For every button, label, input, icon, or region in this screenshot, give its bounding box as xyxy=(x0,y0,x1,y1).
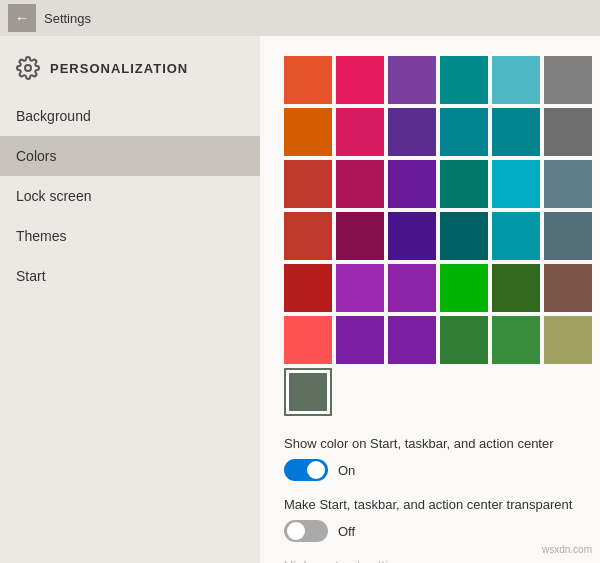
transparent-label: Make Start, taskbar, and action center t… xyxy=(284,497,576,512)
color-swatch[interactable] xyxy=(544,316,592,364)
sidebar-item-background[interactable]: Background xyxy=(0,96,260,136)
titlebar: ← Settings xyxy=(0,0,600,36)
color-swatch[interactable] xyxy=(336,264,384,312)
color-swatch[interactable] xyxy=(544,56,592,104)
color-swatch[interactable] xyxy=(492,160,540,208)
color-grid xyxy=(284,56,576,416)
show-color-toggle-knob xyxy=(307,461,325,479)
back-button[interactable]: ← xyxy=(8,4,36,32)
color-swatch[interactable] xyxy=(336,160,384,208)
back-icon: ← xyxy=(15,10,29,26)
color-swatch[interactable] xyxy=(440,160,488,208)
sidebar-item-start[interactable]: Start xyxy=(0,256,260,296)
color-swatch[interactable] xyxy=(284,212,332,260)
color-swatch[interactable] xyxy=(388,316,436,364)
color-swatch[interactable] xyxy=(336,316,384,364)
color-swatch[interactable] xyxy=(544,160,592,208)
color-swatch[interactable] xyxy=(544,264,592,312)
sidebar-item-themes[interactable]: Themes xyxy=(0,216,260,256)
color-swatch[interactable] xyxy=(492,316,540,364)
color-swatch[interactable] xyxy=(440,108,488,156)
sidebar-header: PERSONALIZATION xyxy=(0,36,260,96)
titlebar-title: Settings xyxy=(44,11,91,26)
color-swatch[interactable] xyxy=(544,108,592,156)
color-swatch[interactable] xyxy=(388,160,436,208)
color-swatch[interactable] xyxy=(284,264,332,312)
color-swatch[interactable] xyxy=(284,160,332,208)
color-swatch[interactable] xyxy=(492,56,540,104)
color-swatch[interactable] xyxy=(284,368,332,416)
color-swatch[interactable] xyxy=(388,212,436,260)
show-color-toggle-state: On xyxy=(338,463,355,478)
color-swatch[interactable] xyxy=(492,212,540,260)
sidebar-heading: PERSONALIZATION xyxy=(50,61,188,76)
color-swatch[interactable] xyxy=(492,108,540,156)
color-swatch[interactable] xyxy=(388,264,436,312)
color-swatch[interactable] xyxy=(492,264,540,312)
sidebar-item-colors[interactable]: Colors xyxy=(0,136,260,176)
color-swatch[interactable] xyxy=(388,56,436,104)
color-swatch[interactable] xyxy=(284,108,332,156)
color-swatch[interactable] xyxy=(336,108,384,156)
svg-point-0 xyxy=(25,65,31,71)
show-color-toggle[interactable] xyxy=(284,459,328,481)
gear-icon xyxy=(16,56,40,80)
transparent-section: Make Start, taskbar, and action center t… xyxy=(284,497,576,542)
sidebar: PERSONALIZATION Background Colors Lock s… xyxy=(0,36,260,563)
transparent-toggle[interactable] xyxy=(284,520,328,542)
transparent-toggle-row: Off xyxy=(284,520,576,542)
color-swatch[interactable] xyxy=(336,212,384,260)
color-swatch[interactable] xyxy=(284,316,332,364)
sidebar-item-lock-screen[interactable]: Lock screen xyxy=(0,176,260,216)
show-color-section: Show color on Start, taskbar, and action… xyxy=(284,436,576,481)
color-swatch[interactable] xyxy=(284,56,332,104)
main-layout: PERSONALIZATION Background Colors Lock s… xyxy=(0,36,600,563)
color-swatch[interactable] xyxy=(440,56,488,104)
transparent-toggle-state: Off xyxy=(338,524,355,539)
transparent-toggle-knob xyxy=(287,522,305,540)
color-swatch[interactable] xyxy=(440,264,488,312)
color-swatch[interactable] xyxy=(336,56,384,104)
high-contrast-link[interactable]: High contrast settings xyxy=(284,558,576,563)
watermark: wsxdn.com xyxy=(542,544,592,555)
sidebar-nav: Background Colors Lock screen Themes Sta… xyxy=(0,96,260,296)
content-area: Show color on Start, taskbar, and action… xyxy=(260,36,600,563)
color-swatch[interactable] xyxy=(440,316,488,364)
show-color-toggle-row: On xyxy=(284,459,576,481)
color-swatch[interactable] xyxy=(440,212,488,260)
show-color-label: Show color on Start, taskbar, and action… xyxy=(284,436,576,451)
color-swatch[interactable] xyxy=(544,212,592,260)
color-swatch[interactable] xyxy=(388,108,436,156)
